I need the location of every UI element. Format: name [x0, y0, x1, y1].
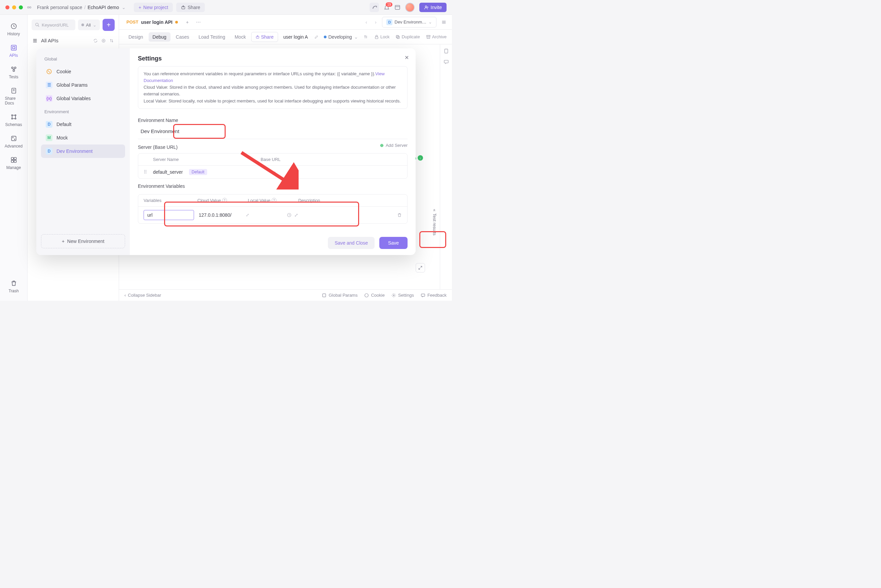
tab-prev[interactable]: ‹ [363, 20, 369, 25]
sort-icon[interactable] [109, 38, 114, 43]
new-tab-button[interactable]: + [183, 18, 191, 26]
help-icon[interactable]: ? [222, 198, 227, 202]
expand-icon[interactable]: ⤢ [294, 212, 298, 218]
subtab-design[interactable]: Design [125, 32, 147, 42]
breadcrumb[interactable]: Frank personal space / EchoAPI demo ⌄ [37, 5, 126, 10]
nav-manage[interactable]: Manage [2, 153, 25, 173]
status-feedback[interactable]: Feedback [421, 292, 447, 298]
drag-icon[interactable]: ⠿ [144, 170, 150, 175]
close-icon[interactable]: ✕ [404, 54, 409, 61]
nav-trash[interactable]: Trash [2, 276, 25, 296]
window-close[interactable] [5, 5, 9, 9]
history-icon [10, 22, 18, 30]
new-environment-button[interactable]: + New Environment [41, 234, 125, 248]
nav-history[interactable]: History [2, 20, 25, 39]
cloud-value-input[interactable]: 127.0.0.1:8080/ [199, 212, 244, 218]
tab-menu-button[interactable]: ⋯ [193, 18, 203, 26]
svg-rect-20 [11, 160, 14, 163]
rail-cmt-icon[interactable] [444, 59, 449, 64]
mock-badge-icon: M [46, 134, 53, 141]
add-server-button[interactable]: ⊕ Add Server [380, 143, 407, 148]
variable-name-input[interactable]: url [144, 210, 194, 220]
nav-advanced[interactable]: Advanced [2, 132, 25, 151]
feedback-icon [421, 293, 425, 298]
tab-options-icon[interactable] [440, 18, 448, 26]
expand-button[interactable] [416, 263, 425, 273]
status-globalparams[interactable]: Global Params [322, 292, 358, 298]
expand-icon[interactable]: ⤢ [246, 213, 249, 218]
save-and-close-button[interactable]: Save and Close [328, 237, 374, 249]
nav-sharedocs[interactable]: Share Docs [2, 84, 25, 108]
tab-next[interactable]: › [373, 20, 379, 25]
notification-badge: 19 [386, 2, 392, 7]
subtab-loadtesting[interactable]: Load Testing [195, 32, 229, 42]
col-servername: Server Name [153, 157, 261, 162]
avatar[interactable] [405, 3, 415, 12]
test-results-panel[interactable]: « Test results [432, 209, 437, 236]
nav-tests[interactable]: Tests [2, 63, 25, 82]
modal-title: Settings [138, 55, 407, 62]
sync-icon[interactable] [370, 3, 379, 12]
save-action[interactable] [364, 34, 368, 39]
api-name-field[interactable]: user login A [283, 34, 312, 40]
filter-all[interactable]: All ⌄ [78, 20, 100, 30]
sharedocs-icon [10, 87, 18, 95]
status-settings[interactable]: Settings [391, 292, 414, 298]
subtab-share[interactable]: Share [251, 32, 278, 42]
side-cookie[interactable]: Cookie [41, 65, 125, 78]
subtab-debug[interactable]: Debug [149, 32, 170, 42]
svg-point-0 [27, 6, 29, 8]
nav-apis[interactable]: APIs [2, 41, 25, 60]
window-maximize[interactable] [19, 5, 23, 9]
search-input[interactable]: Keyword/URL [32, 20, 75, 30]
add-api-button[interactable]: + [102, 19, 115, 31]
panel-icon[interactable] [394, 4, 400, 10]
svg-point-22 [36, 23, 38, 26]
status-cookie[interactable]: Cookie [364, 292, 384, 298]
target-icon[interactable] [101, 38, 106, 43]
person-plus-icon [424, 5, 429, 10]
rail-doc-icon[interactable] [444, 48, 449, 54]
collapse-sidebar[interactable]: ‹ Collapse Sidebar [125, 292, 161, 298]
side-devenv[interactable]: D Dev Environment [41, 144, 125, 158]
trash-icon [10, 279, 18, 287]
status-dropdown[interactable]: Developing ⌄ [324, 34, 358, 40]
window-minimize[interactable] [12, 5, 16, 9]
all-apis-row[interactable]: All APIs [27, 35, 119, 46]
side-globalparams[interactable]: ☰ Global Params [41, 78, 125, 92]
nav-schemas[interactable]: Schemas [2, 110, 25, 130]
server-row-menu[interactable]: ⋯ [271, 170, 276, 175]
side-default[interactable]: D Default [41, 118, 125, 131]
side-mock[interactable]: M Mock [41, 131, 125, 144]
svg-point-4 [425, 6, 427, 8]
col-variables: Variables [144, 198, 197, 203]
new-project-button[interactable]: + New project [134, 3, 173, 12]
notifications-button[interactable]: 19 [384, 4, 390, 10]
svg-point-37 [48, 71, 49, 72]
request-tab[interactable]: POST user login API [123, 18, 181, 27]
side-globalvars[interactable]: {x} Global Variables [41, 92, 125, 105]
default-tag: Default [189, 169, 207, 175]
subtab-mock[interactable]: Mock [231, 32, 250, 42]
duplicate-action[interactable]: Duplicate [395, 34, 419, 39]
edit-icon[interactable] [314, 35, 319, 39]
share-top-button[interactable]: Share [176, 3, 205, 12]
lock-icon [374, 34, 379, 39]
env-name-input[interactable]: Dev Environment [138, 127, 182, 135]
svg-point-13 [11, 118, 12, 119]
history-icon[interactable] [287, 213, 292, 218]
archive-action[interactable]: Archive [426, 34, 447, 39]
environment-selector[interactable]: D Dev Environm… ⌄ [382, 17, 436, 27]
tests-icon [10, 65, 18, 73]
server-name-cell: default_server [153, 170, 183, 175]
delete-var-icon[interactable] [397, 213, 402, 218]
sidebar-section-env: Environment [41, 108, 125, 118]
help-icon[interactable]: ? [272, 198, 277, 202]
info-banner: You can reference environment variables … [138, 66, 407, 109]
refresh-icon[interactable] [93, 38, 98, 43]
lock-action[interactable]: Lock [374, 34, 389, 39]
invite-button[interactable]: Invite [419, 3, 447, 12]
subtab-cases[interactable]: Cases [172, 32, 193, 42]
server-row[interactable]: ⠿ default_server Default ⋯ [138, 166, 407, 178]
save-button[interactable]: Save [379, 237, 407, 249]
